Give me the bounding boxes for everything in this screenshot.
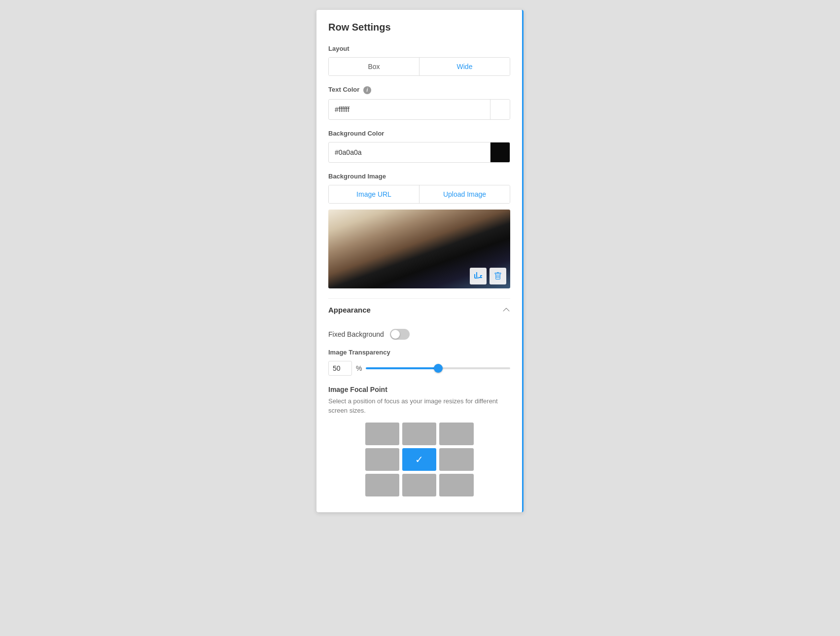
focal-cell-top-right[interactable] bbox=[439, 423, 473, 445]
background-image-btn-group: Image URL Upload Image bbox=[328, 185, 510, 204]
focal-selected-check-icon: ✓ bbox=[415, 454, 423, 465]
crop-image-button[interactable] bbox=[470, 268, 487, 284]
upload-image-button[interactable]: Upload Image bbox=[419, 185, 510, 203]
focal-point-grid: ✓ bbox=[365, 423, 474, 496]
panel-title: Row Settings bbox=[328, 22, 510, 33]
row-settings-panel: Row Settings Layout Box Wide Text Color … bbox=[316, 10, 524, 512]
trash-icon bbox=[494, 272, 502, 280]
background-image-label: Background Image bbox=[328, 173, 510, 180]
appearance-header: Appearance bbox=[328, 298, 510, 321]
background-color-swatch[interactable] bbox=[490, 142, 510, 162]
background-color-label: Background Color bbox=[328, 130, 510, 137]
focal-cell-bottom-center[interactable] bbox=[402, 474, 436, 496]
layout-label: Layout bbox=[328, 45, 510, 52]
fixed-background-toggle[interactable] bbox=[390, 329, 410, 340]
layout-toggle-group: Box Wide bbox=[328, 57, 510, 76]
text-color-swatch[interactable] bbox=[490, 100, 510, 119]
text-color-input[interactable] bbox=[329, 101, 490, 118]
focal-cell-top-center[interactable] bbox=[402, 423, 436, 445]
text-color-section: Text Color i bbox=[328, 86, 510, 120]
focal-point-title: Image Focal Point bbox=[328, 386, 510, 393]
text-color-input-row bbox=[328, 99, 510, 120]
transparency-value-input[interactable] bbox=[328, 361, 352, 376]
appearance-title: Appearance bbox=[328, 306, 371, 314]
delete-image-button[interactable] bbox=[490, 268, 506, 284]
focal-point-description: Select a position of focus as your image… bbox=[328, 396, 510, 416]
fixed-background-slider bbox=[390, 329, 410, 340]
focal-cell-middle-left[interactable] bbox=[365, 448, 399, 471]
background-image-section: Background Image Image URL Upload Image bbox=[328, 173, 510, 288]
focal-cell-middle-center[interactable]: ✓ bbox=[402, 448, 436, 471]
fixed-background-label: Fixed Background bbox=[328, 330, 384, 338]
image-url-button[interactable]: Image URL bbox=[329, 185, 419, 203]
fixed-background-row: Fixed Background bbox=[328, 329, 510, 340]
focal-cell-middle-right[interactable] bbox=[439, 448, 473, 471]
layout-section: Layout Box Wide bbox=[328, 45, 510, 76]
text-color-label: Text Color i bbox=[328, 86, 510, 94]
focal-cell-top-left[interactable] bbox=[365, 423, 399, 445]
image-transparency-label: Image Transparency bbox=[328, 349, 510, 356]
background-color-section: Background Color bbox=[328, 130, 510, 163]
chevron-up-icon bbox=[502, 306, 510, 314]
appearance-collapse-button[interactable] bbox=[502, 306, 510, 314]
background-color-input-row bbox=[328, 142, 510, 163]
layout-wide-button[interactable]: Wide bbox=[419, 58, 510, 75]
crop-icon bbox=[474, 272, 482, 280]
background-color-input[interactable] bbox=[329, 143, 490, 161]
percent-label: % bbox=[356, 364, 362, 372]
image-transparency-section: Image Transparency % bbox=[328, 349, 510, 376]
focal-cell-bottom-right[interactable] bbox=[439, 474, 473, 496]
image-action-buttons bbox=[470, 268, 506, 284]
text-color-info-icon[interactable]: i bbox=[363, 86, 371, 94]
focal-cell-bottom-left[interactable] bbox=[365, 474, 399, 496]
layout-box-button[interactable]: Box bbox=[329, 58, 419, 75]
focal-point-section: Image Focal Point Select a position of f… bbox=[328, 386, 510, 496]
image-preview-container bbox=[328, 210, 510, 288]
transparency-range-slider[interactable] bbox=[366, 367, 510, 369]
appearance-section: Appearance Fixed Background Image Transp… bbox=[328, 298, 510, 496]
transparency-row: % bbox=[328, 361, 510, 376]
